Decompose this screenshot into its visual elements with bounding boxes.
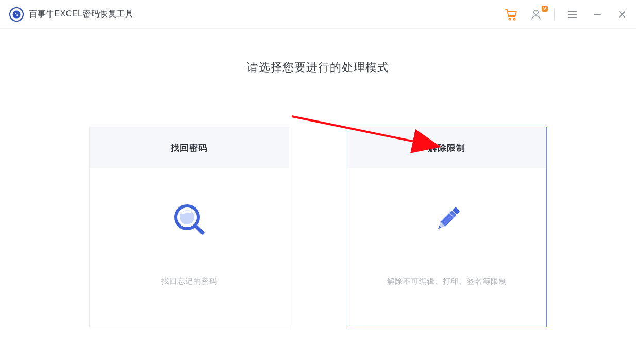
- titlebar-divider: [554, 9, 555, 20]
- hamburger-icon: [567, 10, 578, 19]
- svg-line-15: [196, 226, 203, 233]
- cart-button[interactable]: [505, 8, 518, 21]
- card-icon-wrap: [347, 168, 546, 270]
- svg-point-4: [509, 18, 510, 20]
- app-title: 百事牛EXCEL密码恢复工具: [29, 9, 133, 20]
- card-title: 找回密码: [90, 127, 289, 168]
- svg-rect-2: [15, 13, 16, 14]
- close-button[interactable]: [615, 8, 629, 21]
- menu-button[interactable]: [566, 8, 579, 21]
- svg-rect-3: [17, 14, 19, 16]
- search-icon: [171, 201, 208, 238]
- card-icon-wrap: [90, 168, 289, 270]
- page-heading: 请选择您要进行的处理模式: [247, 60, 389, 75]
- card-description: 解除不可编辑、打印、签名等限制: [347, 270, 546, 327]
- titlebar: 百事牛EXCEL密码恢复工具 V: [0, 0, 636, 29]
- user-button[interactable]: V: [529, 8, 543, 21]
- mode-card-recover-password[interactable]: 找回密码 找回忘记的密码: [89, 127, 289, 327]
- pencil-icon: [429, 201, 465, 237]
- card-description: 找回忘记的密码: [90, 270, 289, 327]
- minimize-icon: [593, 10, 602, 19]
- close-icon: [617, 10, 627, 19]
- svg-point-5: [513, 18, 515, 20]
- card-title: 解除限制: [347, 127, 546, 168]
- minimize-button[interactable]: [591, 8, 604, 21]
- mode-card-remove-restrictions[interactable]: 解除限制 解除不可编辑、打印、签名等限制: [347, 127, 547, 327]
- app-logo: [9, 7, 24, 22]
- titlebar-right: V: [505, 8, 629, 21]
- user-icon: [530, 8, 542, 21]
- svg-point-1: [13, 10, 21, 18]
- main-content: 请选择您要进行的处理模式 找回密码 找回忘记的密码 解除限制: [0, 29, 636, 327]
- mode-card-row: 找回密码 找回忘记的密码 解除限制: [89, 127, 547, 327]
- vip-badge: V: [542, 6, 548, 12]
- cart-icon: [505, 8, 518, 21]
- svg-point-6: [534, 10, 538, 14]
